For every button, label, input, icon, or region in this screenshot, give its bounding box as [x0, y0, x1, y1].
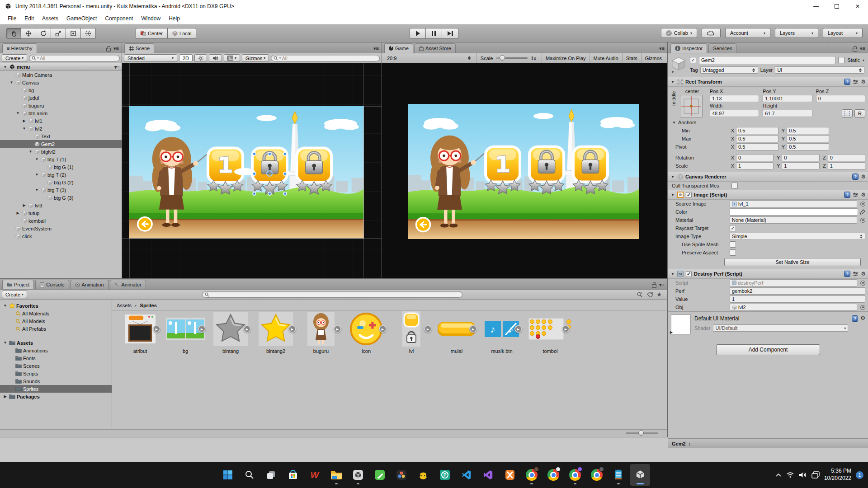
hierarchy-item-btg-t-1[interactable]: ▼btg T (1): [0, 155, 122, 163]
blueprint-mode-button[interactable]: [842, 109, 853, 117]
chrome-profile3-button[interactable]: [565, 464, 585, 486]
gear-icon[interactable]: ⚙: [861, 271, 866, 277]
hierarchy-item-lvl3[interactable]: ▶lvl3: [0, 202, 122, 209]
presets-icon[interactable]: [853, 192, 859, 197]
maximize-button[interactable]: [826, 0, 847, 13]
scene-gizmos-dropdown[interactable]: Gizmos▾: [242, 54, 269, 62]
xampp-button[interactable]: [500, 464, 520, 486]
expand-sprite-icon[interactable]: ▶: [514, 325, 522, 333]
rotation-z-field[interactable]: 0: [828, 154, 865, 161]
asset-bintang[interactable]: ▶ bintang: [209, 311, 252, 354]
project-item-all-prefabs[interactable]: All Prefabs: [0, 325, 112, 333]
asset-bg[interactable]: ▶ bg: [164, 311, 207, 354]
lock-icon[interactable]: [106, 48, 111, 52]
raw-edit-mode-button[interactable]: R: [854, 109, 865, 117]
fold-arrow-icon[interactable]: ▼: [9, 80, 14, 84]
scene-viewport[interactable]: 1: [122, 63, 382, 278]
project-item-packages[interactable]: ▶Packages: [0, 393, 112, 400]
static-checkbox[interactable]: [838, 57, 844, 63]
close-button[interactable]: ✕: [847, 0, 868, 13]
project-item-favorites[interactable]: ▼Favorites: [0, 302, 112, 310]
asset-mulai[interactable]: ▶ mulai: [435, 311, 478, 354]
project-item-all-models[interactable]: All Models: [0, 317, 112, 325]
help-icon[interactable]: ?: [844, 192, 850, 198]
search-by-type-icon[interactable]: [637, 292, 643, 297]
file-explorer-button[interactable]: [326, 464, 346, 486]
fold-arrow-icon[interactable]: ▼: [15, 111, 20, 115]
expand-sprite-icon[interactable]: ▶: [469, 325, 477, 333]
step-button[interactable]: [442, 28, 458, 39]
scale-z-field[interactable]: 1: [828, 162, 865, 169]
gameobject-icon[interactable]: ▾: [671, 56, 687, 74]
layer-dropdown[interactable]: UI: [775, 66, 864, 74]
panel-menu-icon[interactable]: ▾≡: [860, 46, 865, 52]
object-picker-icon[interactable]: [860, 305, 865, 310]
asset-lvl[interactable]: ▶ lvl: [390, 311, 433, 354]
project-search-input[interactable]: [202, 291, 462, 298]
help-icon[interactable]: ?: [852, 315, 858, 322]
lock-icon[interactable]: [652, 284, 656, 288]
object-picker-icon[interactable]: [860, 202, 865, 206]
pivot-x-field[interactable]: 0.5: [736, 143, 778, 150]
menu-help[interactable]: Help: [165, 13, 184, 24]
menu-gameobject[interactable]: GameObject: [62, 13, 101, 24]
anchor-min-x-field[interactable]: 0.5: [736, 127, 778, 134]
asset-icon[interactable]: ▶ icon: [344, 311, 388, 354]
help-icon[interactable]: ?: [844, 79, 850, 85]
asset-buguru[interactable]: ▶ buguru: [299, 311, 343, 354]
hierarchy-search-input[interactable]: ▾All: [29, 55, 120, 61]
touch-keyboard-icon[interactable]: [811, 471, 820, 479]
scene-menu-icon[interactable]: ▾≡: [114, 64, 120, 70]
add-component-button[interactable]: Add Component: [716, 344, 820, 355]
fold-arrow-icon[interactable]: ▼: [672, 121, 676, 125]
play-button[interactable]: [410, 28, 426, 39]
chrome-profile1-button[interactable]: [522, 464, 542, 486]
fold-arrow-icon[interactable]: ▼: [34, 173, 39, 177]
hierarchy-item-gem2[interactable]: Gem2: [0, 140, 122, 148]
2d-toggle-button[interactable]: 2D: [179, 54, 193, 62]
menu-assets[interactable]: Assets: [38, 13, 62, 24]
project-create-button[interactable]: Create▾: [2, 291, 27, 298]
hierarchy-item-btglvl2[interactable]: ▼btglvl2: [0, 148, 122, 155]
menu-component[interactable]: Component: [101, 13, 137, 24]
pos-x-field[interactable]: 1.13: [710, 95, 759, 102]
pos-z-field[interactable]: 0: [816, 95, 865, 102]
height-field[interactable]: 61.7: [763, 110, 812, 117]
object-picker-icon[interactable]: [860, 218, 865, 223]
hierarchy-item-btg-g-1[interactable]: btg G (1): [0, 163, 122, 171]
expand-sprite-icon[interactable]: ▶: [288, 325, 296, 333]
asset-musik-btn[interactable]: ♪♪▶ musik btn: [480, 311, 524, 354]
project-item-fonts[interactable]: Fonts: [0, 354, 112, 362]
fold-arrow-icon[interactable]: ▶: [15, 211, 20, 215]
volume-icon[interactable]: [799, 472, 807, 478]
zoom-knob[interactable]: [638, 430, 644, 436]
project-item-scripts[interactable]: Scripts: [0, 370, 112, 377]
fold-arrow-icon[interactable]: ▼: [670, 272, 675, 276]
lighting-toggle-button[interactable]: [194, 54, 207, 62]
fold-arrow-icon[interactable]: ▼: [34, 157, 39, 161]
rect-tool-button[interactable]: [66, 28, 81, 39]
tab-animator[interactable]: Animator: [110, 280, 146, 289]
hierarchy-item-bg[interactable]: bg: [0, 86, 122, 94]
preserve-aspect-checkbox[interactable]: [730, 249, 736, 256]
project-item-scenes[interactable]: Scenes: [0, 362, 112, 370]
saved-search-star-icon[interactable]: ★: [656, 291, 662, 298]
name-field[interactable]: Gem2: [699, 56, 835, 64]
stats-button[interactable]: Stats: [622, 53, 641, 63]
asset-bintang2[interactable]: ▶ bintang2: [254, 311, 297, 354]
shader-dropdown[interactable]: UI/Default▾: [713, 324, 848, 332]
avatar-app-button[interactable]: [413, 464, 433, 486]
set-native-size-button[interactable]: Set Native Size: [724, 258, 861, 266]
asset-tombol[interactable]: ▶ tombol: [525, 311, 575, 354]
scale-tool-button[interactable]: [51, 28, 66, 39]
hierarchy-item-main-camera[interactable]: Main Camera: [0, 71, 122, 79]
fold-arrow-icon[interactable]: ▶: [22, 119, 27, 123]
notes-app-button[interactable]: [370, 464, 390, 486]
anchor-min-y-field[interactable]: 0.5: [787, 127, 829, 134]
layers-dropdown[interactable]: Layers▾: [775, 28, 818, 38]
tab-services[interactable]: Services: [708, 43, 736, 53]
expand-sprite-icon[interactable]: ▶: [198, 325, 206, 333]
cull-transparent-checkbox[interactable]: [731, 183, 738, 189]
menu-edit[interactable]: Edit: [20, 13, 38, 24]
expand-sprite-icon[interactable]: ▶: [562, 325, 570, 333]
